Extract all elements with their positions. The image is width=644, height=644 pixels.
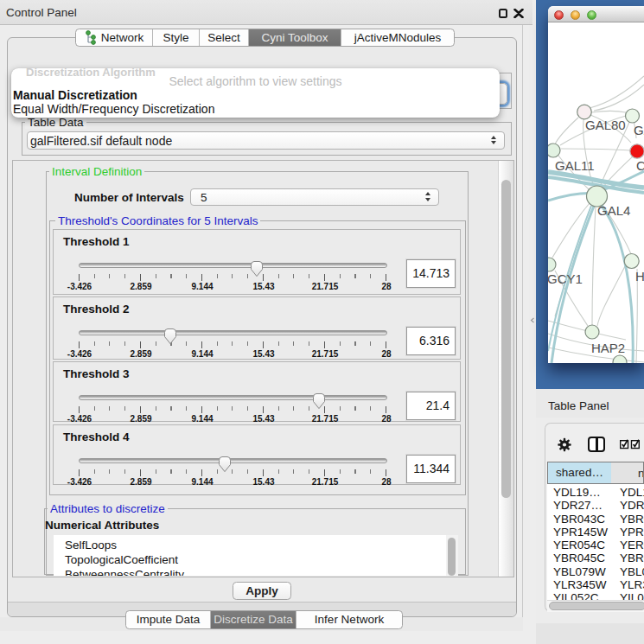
svg-text:GAL4: GAL4 [597, 203, 630, 218]
svg-text:H: H [635, 269, 644, 284]
svg-text:GAL11: GAL11 [555, 158, 595, 173]
svg-text:HAP2: HAP2 [591, 341, 625, 355]
svg-text:GA: GA [634, 123, 644, 137]
svg-text:GAL80: GAL80 [585, 118, 626, 132]
svg-text:GCY1: GCY1 [548, 271, 583, 286]
svg-text:C: C [636, 158, 644, 173]
